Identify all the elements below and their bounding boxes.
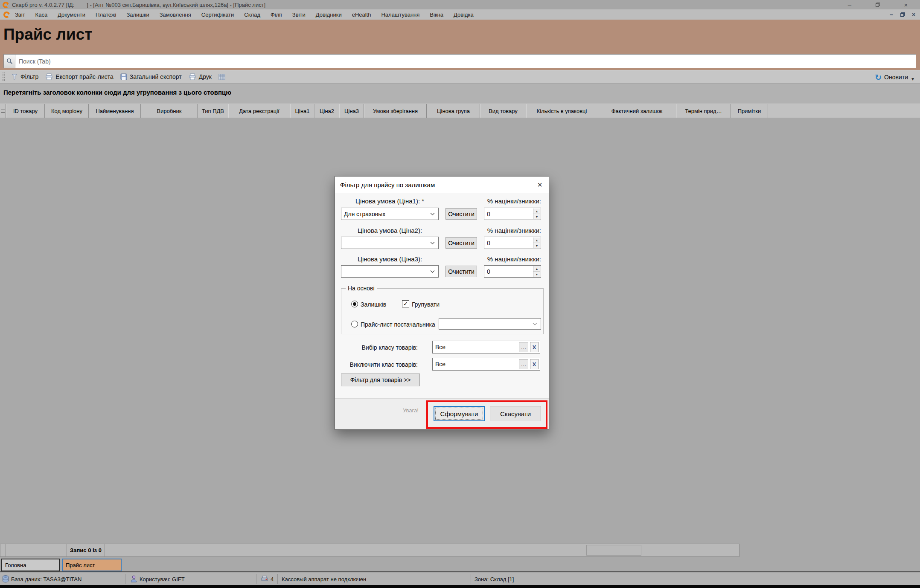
supplier-radio[interactable] bbox=[351, 321, 358, 327]
menu-item-dokumenty[interactable]: Документи bbox=[52, 10, 90, 19]
clear1-button[interactable]: Очистити bbox=[445, 208, 477, 220]
menu-item-dovidnyky[interactable]: Довідники bbox=[311, 10, 347, 19]
print-button[interactable]: Друк bbox=[185, 72, 215, 81]
spinner-arrows: ▲▼ bbox=[533, 209, 540, 219]
export-price-list-button[interactable]: Експорт прайс-листа bbox=[42, 72, 116, 81]
class-exclude-clear-button[interactable]: X bbox=[530, 359, 539, 369]
menu-item-vikna[interactable]: Вікна bbox=[425, 10, 448, 19]
column-header-prymitky[interactable]: Примітки bbox=[731, 104, 768, 118]
column-header-data-reestratsii[interactable]: Дата реєстрації bbox=[228, 104, 290, 118]
mdi-restore-icon[interactable] bbox=[897, 10, 908, 19]
spin-up-icon[interactable]: ▲ bbox=[533, 209, 540, 214]
group-checkbox[interactable]: ✓ bbox=[402, 300, 409, 307]
dialog-close-icon[interactable]: × bbox=[533, 178, 546, 191]
general-export-button[interactable]: Загальний експорт bbox=[117, 72, 185, 81]
printer-icon bbox=[45, 73, 53, 80]
class-select-value: Все bbox=[435, 344, 445, 350]
filter-button[interactable]: Фільтр bbox=[8, 72, 42, 81]
spin-up-icon[interactable]: ▲ bbox=[533, 238, 540, 243]
class-exclude-browse-button[interactable]: … bbox=[519, 359, 528, 369]
clear2-button[interactable]: Очистити bbox=[445, 237, 477, 249]
menu-item-zalyshky[interactable]: Залишки bbox=[121, 10, 154, 19]
clear3-button[interactable]: Очистити bbox=[445, 266, 477, 277]
menu-item-zvit[interactable]: Звіт bbox=[10, 10, 30, 19]
column-header-kod-morionu[interactable]: Код моріону bbox=[45, 104, 89, 118]
menu-item-zamovlennya[interactable]: Замовлення bbox=[154, 10, 196, 19]
markup3-label: % націнки/знижки: bbox=[454, 255, 541, 263]
app-logo-icon bbox=[3, 2, 9, 8]
menu-item-kasa[interactable]: Каса bbox=[30, 10, 53, 19]
minimize-icon[interactable]: – bbox=[836, 0, 864, 9]
group-checkbox-label[interactable]: Групувати bbox=[412, 301, 440, 308]
spin-down-icon[interactable]: ▼ bbox=[533, 272, 540, 277]
column-header-tsina1[interactable]: Ціна1 bbox=[290, 104, 314, 118]
goods-filter-button[interactable]: Фільтр для товарів >> bbox=[341, 374, 420, 386]
column-header-tsina3[interactable]: Ціна3 bbox=[339, 104, 364, 118]
price-condition1-combo[interactable]: Для страховых bbox=[341, 208, 439, 220]
column-header-tsina2[interactable]: Ціна2 bbox=[314, 104, 339, 118]
spin-down-icon[interactable]: ▼ bbox=[533, 243, 540, 248]
column-header-typ-pdv[interactable]: Тип ПДВ bbox=[198, 104, 228, 118]
menu-item-platezhi[interactable]: Платежі bbox=[90, 10, 121, 19]
menu-item-ehealth[interactable]: eHealth bbox=[347, 10, 376, 19]
menu-item-dovidka[interactable]: Довідка bbox=[448, 10, 479, 19]
mdi-minimize-icon[interactable]: – bbox=[886, 10, 897, 19]
status-separator bbox=[277, 574, 278, 584]
app-window: Скарб pro v. 4.0.2.77 [ІД: ] - [Апт №003… bbox=[0, 0, 920, 588]
class-select-label: Вибір класу товарів: bbox=[344, 344, 418, 351]
mdi-close-icon[interactable]: × bbox=[908, 10, 919, 19]
stock-radio-label[interactable]: Залишків bbox=[361, 301, 386, 308]
column-header-termin-prydatnosti[interactable]: Термін прид… bbox=[676, 104, 731, 118]
menu-item-zvity[interactable]: Звіти bbox=[287, 10, 311, 19]
user-status: Користувач: GIFT bbox=[140, 573, 185, 585]
columns-button[interactable] bbox=[215, 72, 229, 81]
filter-label: Фільтр bbox=[20, 73, 38, 80]
toolbar-grip-handle[interactable] bbox=[3, 72, 5, 81]
search-input[interactable] bbox=[15, 55, 916, 68]
chevron-down-icon bbox=[430, 270, 435, 273]
menu-item-nalashtuvannya[interactable]: Налаштування bbox=[376, 10, 425, 19]
status-separator bbox=[256, 574, 256, 584]
menu-item-filii[interactable]: Філії bbox=[265, 10, 287, 19]
stock-radio[interactable] bbox=[351, 301, 358, 307]
column-header-tsinova-grupa[interactable]: Цінова група bbox=[427, 104, 480, 118]
spin-up-icon[interactable]: ▲ bbox=[533, 266, 540, 272]
supplier-radio-label[interactable]: Прайс-лист постачальника bbox=[361, 321, 435, 328]
tab-holovna[interactable]: Головна bbox=[1, 559, 60, 571]
column-header-kilkist-v-upakovtsi[interactable]: Кількість в упаковці bbox=[526, 104, 597, 118]
class-select-clear-button[interactable]: X bbox=[530, 342, 539, 352]
export-price-list-label: Експорт прайс-листа bbox=[55, 73, 113, 80]
price-condition1-value: Для страховых bbox=[344, 211, 385, 217]
class-select-browse-button[interactable]: … bbox=[519, 342, 528, 352]
spin-down-icon[interactable]: ▼ bbox=[533, 214, 540, 219]
markup3-spinner[interactable]: 0 ▲▼ bbox=[484, 265, 541, 278]
restore-icon[interactable] bbox=[864, 0, 892, 9]
price-condition2-combo[interactable] bbox=[341, 237, 439, 249]
window-controls: – × bbox=[836, 0, 920, 9]
refresh-button[interactable]: ↻ Оновити ▾ bbox=[875, 70, 914, 84]
price-condition3-combo[interactable] bbox=[341, 265, 439, 278]
column-header-umovy-zberigannya[interactable]: Умови зберігання bbox=[364, 104, 427, 118]
supplier-price-list-combo[interactable] bbox=[439, 318, 541, 330]
chevron-down-icon[interactable]: ▾ bbox=[911, 72, 914, 82]
markup1-spinner[interactable]: 0 ▲▼ bbox=[484, 208, 541, 220]
tab-price-list[interactable]: Прайс лист bbox=[62, 559, 122, 571]
price-condition1-label: Цінова умова (Ціна1): * bbox=[341, 197, 439, 205]
menu-item-sklad[interactable]: Склад bbox=[239, 10, 265, 19]
column-header-faktychnyi-zalyshok[interactable]: Фактичний залишок bbox=[597, 104, 676, 118]
class-exclude-value: Все bbox=[435, 361, 445, 368]
menu-item-sertyfikaty[interactable]: Сертифікати bbox=[196, 10, 239, 19]
column-header-id-tovaru[interactable]: ID товару bbox=[6, 104, 45, 118]
class-exclude-field[interactable]: Все … X bbox=[432, 358, 540, 371]
warning-label: Увага! bbox=[403, 407, 419, 414]
column-header-vyd-tovaru[interactable]: Вид товару bbox=[480, 104, 526, 118]
column-header-naimenuvannya[interactable]: Найменування bbox=[89, 104, 141, 118]
counter-status: 4 bbox=[271, 573, 274, 585]
close-icon[interactable]: × bbox=[892, 0, 920, 9]
class-select-field[interactable]: Все … X bbox=[432, 341, 540, 353]
refresh-icon: ↻ bbox=[875, 73, 882, 81]
column-header-vyrobnyk[interactable]: Виробник bbox=[141, 104, 198, 118]
markup2-spinner[interactable]: 0 ▲▼ bbox=[484, 237, 541, 249]
grid-footer-bar: Запис 0 із 0 bbox=[0, 544, 739, 557]
group-by-panel[interactable]: Перетягніть заголовок колонки сюди для у… bbox=[0, 84, 920, 104]
